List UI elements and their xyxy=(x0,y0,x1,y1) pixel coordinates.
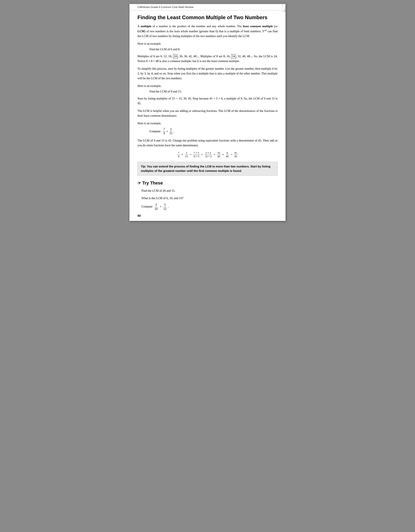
list-item: Find the LCM of 20 and 15. xyxy=(141,188,278,193)
plus-try: + xyxy=(159,205,162,208)
try-these-header: ☞ Try These xyxy=(137,180,278,186)
example1-problem: Find the LCM of 6 and 8. xyxy=(150,48,278,51)
page-content: Finding the Least Common Multiple of Two… xyxy=(130,10,285,221)
boxed-24-first: 24 xyxy=(173,54,178,59)
compute-3-label: Compute xyxy=(141,205,153,208)
plus-3: + xyxy=(222,153,225,156)
tip-box: Tip: You can extend the process of findi… xyxy=(137,162,278,176)
example3-label: Here is an example. xyxy=(137,121,278,126)
frac-2x3-15x3: 2 × 3 15 × 3 xyxy=(205,151,212,158)
example2-solution: Start by listing multiples of 15→ 15, 30… xyxy=(137,96,278,106)
frac-6-45: 6 45 xyxy=(226,151,229,158)
period-1: . xyxy=(174,130,175,133)
fraction-2-15: 2 15 xyxy=(169,127,173,135)
example3-solution-text: The LCM of 9 and 15 is 45. Change the pr… xyxy=(137,138,278,148)
list-item: What is the LCM of 6, 10, and 15? xyxy=(141,195,278,201)
frac-5-12: 5 12 xyxy=(163,203,167,211)
frac-2-15: 2 15 xyxy=(185,151,188,158)
try-these-section: ☞ Try These Find the LCM of 20 and 15. W… xyxy=(137,180,278,211)
header-title: CliffsNotes Grade 6 Common Core Math Rev… xyxy=(137,6,193,9)
example1-solution: Multiples of 6 are 6, 12, 18, 24, 30, 36… xyxy=(137,54,278,63)
main-title: Finding the Least Common Multiple of Two… xyxy=(137,14,278,21)
example1-label: Here is an example. xyxy=(137,41,278,46)
example2-problem: Find the LCM of 9 and 15. xyxy=(150,90,278,93)
eq-3: = xyxy=(230,153,233,156)
process-paragraph: To simplify this process, start by listi… xyxy=(137,66,278,81)
plus-2: + xyxy=(200,153,204,156)
frac-7x5-9x5: 7 × 5 9 × 5 xyxy=(193,151,199,158)
tip-text: Tip: You can extend the process of findi… xyxy=(141,165,271,172)
frac-3-10: 3 10 xyxy=(154,203,158,211)
try-these-title: Try These xyxy=(142,180,163,186)
plus-1: + xyxy=(181,153,184,156)
page: CliffsNotes Grade 6 Common Core Math Rev… xyxy=(130,4,285,221)
period-try: . xyxy=(168,205,169,208)
list-item-text-1: Find the LCM of 20 and 15. xyxy=(141,189,175,192)
frac-41-45: 41 45 xyxy=(234,151,237,158)
frac-7-9: 7 9 xyxy=(178,151,180,158)
fractions-paragraph: The LCM is helpful when you are adding o… xyxy=(137,108,278,118)
plus-sign-1: + xyxy=(166,130,168,133)
boxed-24-second: 24 xyxy=(231,54,236,59)
example2-label: Here is an example. xyxy=(137,84,278,88)
intro-paragraph: A multiple of a number is the product of… xyxy=(137,24,278,38)
list-item: Compute 3 10 + 5 12 . xyxy=(141,203,278,211)
page-header: CliffsNotes Grade 6 Common Core Math Rev… xyxy=(130,4,285,10)
eq-2: = xyxy=(213,153,216,156)
compute-word: Compute xyxy=(150,130,160,133)
compute-example: Compute 7 9 + 2 15 . xyxy=(150,127,278,135)
list-item-text-2: What is the LCM of 6, 10, and 15? xyxy=(141,197,183,200)
pencil-icon: ☞ xyxy=(137,181,141,185)
fraction-equation: 7 9 + 2 15 = 7 × 5 9 × 5 + 2 × 3 15 × 3 … xyxy=(137,151,278,158)
page-number: 50 xyxy=(137,214,141,217)
page-curl xyxy=(282,4,285,12)
fraction-7-9: 7 9 xyxy=(163,127,165,135)
frac-35-45: 35 45 xyxy=(217,151,220,158)
try-these-list: Find the LCM of 20 and 15. What is the L… xyxy=(141,188,278,211)
eq-1: = xyxy=(189,153,192,156)
